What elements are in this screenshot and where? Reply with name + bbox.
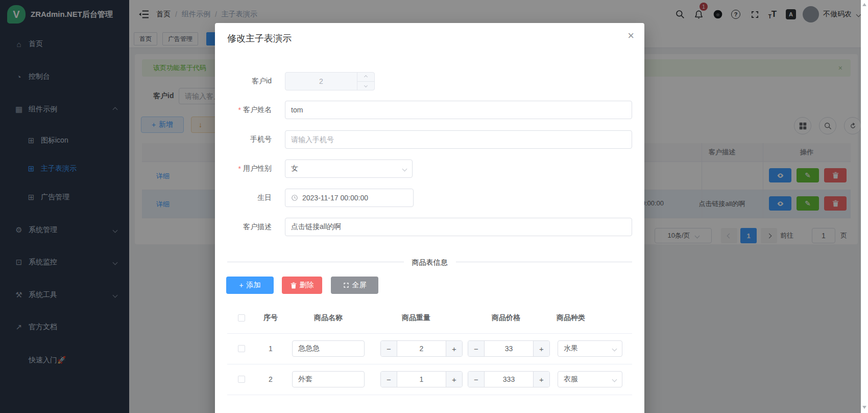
child-delete-button[interactable]: 删除	[282, 277, 322, 294]
decrease-button[interactable]: −	[381, 341, 397, 356]
child-fullscreen-label: 全屏	[352, 281, 367, 290]
customer-name-wrap	[285, 101, 632, 119]
field-label: 客户姓名	[220, 101, 278, 119]
decrease-button[interactable]: −	[468, 372, 485, 387]
description-input[interactable]	[285, 218, 632, 236]
decrease-button[interactable]: −	[381, 372, 397, 387]
field-label: 客户id	[220, 72, 278, 90]
weight-stepper: − 1 +	[380, 371, 463, 387]
price-stepper: − 33 +	[468, 340, 550, 357]
decrease-button[interactable]: −	[468, 341, 485, 356]
child-add-label: 添加	[247, 281, 261, 290]
section-title-wrap: 商品表信息	[215, 258, 644, 267]
field-label: 手机号	[220, 130, 278, 149]
price-stepper: − 333 +	[468, 371, 550, 387]
child-fullscreen-button[interactable]: 全屏	[331, 277, 378, 294]
number-spinner	[357, 73, 374, 90]
field-label: 客户描述	[220, 218, 278, 236]
row-checkbox[interactable]	[238, 345, 245, 352]
fullscreen-icon	[343, 282, 349, 288]
row-divider	[227, 395, 632, 395]
child-add-button[interactable]: + 添加	[226, 277, 274, 294]
price-value[interactable]: 333	[485, 372, 533, 387]
increase-button[interactable]: +	[533, 372, 549, 387]
increase-button[interactable]: +	[533, 341, 549, 356]
select-all-checkbox[interactable]	[238, 314, 245, 322]
category-select[interactable]: 衣服	[558, 371, 622, 387]
row-checkbox[interactable]	[238, 376, 245, 383]
category-value: 衣服	[564, 375, 613, 384]
form-row-customer-name: 客户姓名	[215, 101, 644, 119]
row-divider	[227, 333, 632, 334]
chevron-down-icon	[612, 377, 617, 382]
category-value: 水果	[564, 344, 613, 353]
scroll-up-arrow-icon[interactable]	[862, 3, 866, 6]
col-header-category: 商品种类	[540, 303, 601, 333]
form-row-gender: 用户性别 女	[215, 159, 644, 178]
weight-stepper: − 2 +	[380, 340, 463, 357]
child-delete-label: 删除	[300, 281, 314, 290]
field-label: 生日	[220, 189, 278, 207]
row-divider	[227, 364, 632, 364]
product-name-wrap	[292, 340, 365, 357]
phone-wrap	[285, 130, 632, 149]
spinner-up-button[interactable]	[357, 73, 374, 82]
form-row-birthday: 生日 2023-11-17 00:00:00	[215, 189, 644, 207]
category-select[interactable]: 水果	[558, 340, 622, 357]
scroll-down-arrow-icon[interactable]	[862, 406, 866, 409]
customer-name-input[interactable]	[285, 101, 632, 119]
col-header-name: 商品名称	[293, 303, 364, 333]
form-row-phone: 手机号	[215, 130, 644, 149]
page-scrollbar[interactable]	[861, 0, 868, 413]
app-screen: V ZRAdmin.NET后台管理 ⌂首页 ◔控制台 ▦组件示例 ⊞图标icon…	[0, 0, 868, 413]
birthday-picker[interactable]: 2023-11-17 00:00:00	[285, 189, 414, 207]
edit-dialog: 修改主子表演示 × 客户id 2 客户姓名	[215, 23, 644, 413]
phone-input[interactable]	[285, 130, 632, 149]
col-header-weight: 商品重量	[380, 303, 452, 333]
product-name-wrap	[292, 371, 365, 387]
seq-cell: 1	[263, 333, 278, 364]
weight-value[interactable]: 2	[397, 341, 446, 356]
seq-cell: 2	[263, 364, 278, 395]
spinner-down-button[interactable]	[357, 82, 374, 90]
col-header-seq: 序号	[263, 303, 278, 333]
price-value[interactable]: 33	[485, 341, 533, 356]
chevron-down-icon	[612, 346, 617, 351]
field-label: 用户性别	[220, 159, 278, 178]
plus-icon: +	[239, 281, 243, 289]
col-header-price: 商品价格	[470, 303, 542, 333]
trash-icon	[291, 282, 297, 289]
description-wrap	[285, 218, 632, 236]
chevron-down-icon	[402, 166, 407, 171]
customer-id-value: 2	[285, 73, 357, 90]
form-row-description: 客户描述	[215, 218, 644, 236]
clock-icon	[291, 194, 298, 201]
dialog-title: 修改主子表演示	[227, 32, 292, 44]
birthday-value: 2023-11-17 00:00:00	[302, 194, 368, 202]
dialog-close-icon[interactable]: ×	[628, 29, 634, 42]
weight-value[interactable]: 1	[397, 372, 446, 387]
gender-select[interactable]: 女	[285, 159, 413, 178]
form-row-customer-id: 客户id 2	[215, 72, 644, 90]
customer-id-input: 2	[285, 72, 375, 90]
section-title: 商品表信息	[404, 258, 456, 266]
increase-button[interactable]: +	[446, 372, 462, 387]
product-name-input[interactable]	[292, 371, 365, 387]
gender-value: 女	[291, 164, 403, 173]
increase-button[interactable]: +	[446, 341, 462, 356]
product-name-input[interactable]	[292, 340, 365, 357]
